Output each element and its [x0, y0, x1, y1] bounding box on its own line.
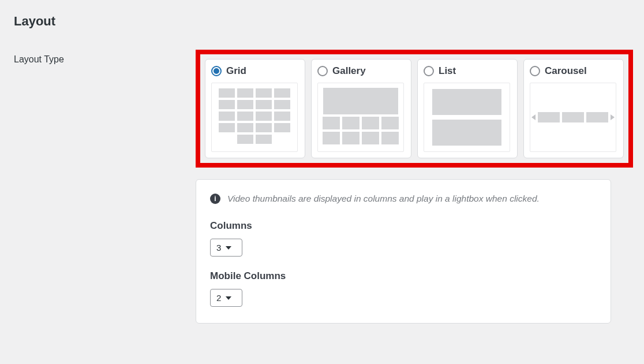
layout-option-list[interactable]: List	[417, 59, 518, 158]
section-title: Layout	[14, 14, 630, 29]
layout-option-grid-label: Grid	[226, 65, 246, 77]
mobile-columns-value: 2	[216, 293, 221, 303]
layout-type-label: Layout Type	[14, 50, 196, 65]
info-text: Video thumbnails are displayed in column…	[227, 194, 540, 204]
chevron-down-icon	[226, 296, 231, 300]
preview-gallery	[317, 83, 404, 152]
highlight-annotation: Grid Gallery	[196, 50, 633, 168]
layout-panel: Layout Layout Type Grid	[0, 0, 644, 324]
layout-type-content: Grid Gallery	[196, 50, 633, 324]
radio-grid[interactable]	[211, 66, 222, 76]
layout-option-list-label: List	[439, 65, 456, 77]
layout-option-grid[interactable]: Grid	[205, 59, 305, 158]
info-icon: i	[210, 194, 220, 204]
layout-option-gallery-label: Gallery	[332, 65, 366, 77]
radio-gallery[interactable]	[317, 66, 328, 76]
preview-list	[424, 83, 510, 152]
layout-options: Grid Gallery	[205, 59, 624, 158]
radio-carousel[interactable]	[530, 66, 540, 76]
columns-label: Columns	[210, 220, 597, 232]
mobile-columns-select[interactable]: 2	[210, 289, 242, 307]
chevron-down-icon	[226, 246, 231, 250]
columns-select[interactable]: 3	[210, 239, 242, 257]
layout-details-box: i Video thumbnails are displayed in colu…	[196, 179, 611, 324]
layout-option-carousel[interactable]: Carousel	[523, 59, 624, 158]
columns-value: 3	[216, 243, 221, 252]
mobile-columns-label: Mobile Columns	[210, 270, 597, 282]
layout-option-gallery[interactable]: Gallery	[311, 59, 411, 158]
preview-carousel	[530, 83, 616, 152]
layout-option-carousel-label: Carousel	[545, 65, 587, 77]
chevron-left-icon	[531, 114, 536, 120]
preview-grid	[211, 83, 298, 152]
layout-type-row: Layout Type Grid	[14, 50, 630, 324]
chevron-right-icon	[611, 114, 615, 120]
radio-list[interactable]	[424, 66, 434, 76]
